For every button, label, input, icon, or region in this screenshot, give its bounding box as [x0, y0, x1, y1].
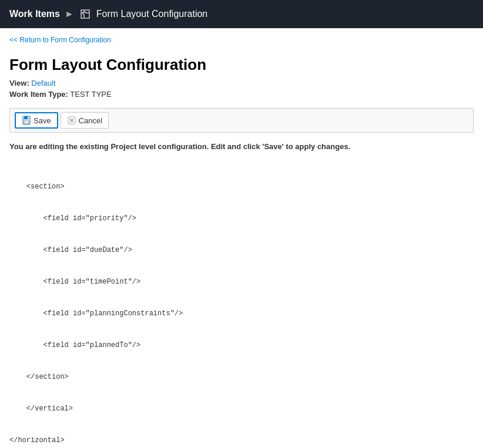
view-meta: View: Default: [9, 79, 474, 87]
nav-separator: ►: [65, 9, 74, 19]
code-line-2: <field id="priority"/>: [9, 213, 474, 224]
form-layout-nav-label: Form Layout Configuration: [96, 9, 207, 19]
top-nav-bar: Work Items ► Form Layout Configuration: [0, 0, 483, 28]
return-link[interactable]: << Return to Form Configuration: [9, 36, 111, 44]
toolbar: Save Cancel: [9, 108, 474, 133]
work-item-type-meta: Work Item Type: TEST TYPE: [9, 90, 474, 99]
view-value: Default: [31, 79, 55, 87]
code-line-7: </section>: [9, 372, 474, 382]
svg-rect-1: [24, 116, 28, 119]
work-item-type-label: Work Item Type:: [9, 90, 68, 99]
work-items-nav-label[interactable]: Work Items: [9, 9, 60, 19]
main-content: << Return to Form Configuration Form Lay…: [0, 28, 483, 448]
code-line-1: <section>: [9, 181, 474, 192]
code-line-8: </vertical>: [9, 403, 474, 414]
save-button[interactable]: Save: [15, 112, 58, 129]
info-message: You are editing the existing Project lev…: [9, 140, 474, 153]
code-line-6: <field id="plannedTo"/>: [9, 340, 474, 351]
svg-rect-3: [25, 121, 28, 123]
save-icon: [22, 116, 31, 125]
cancel-label: Cancel: [79, 116, 102, 125]
code-editor[interactable]: <section> <field id="priority"/> <field …: [9, 160, 474, 448]
code-line-4: <field id="timePoint"/>: [9, 277, 474, 287]
code-line-3: <field id="dueDate"/>: [9, 245, 474, 255]
save-label: Save: [33, 116, 51, 125]
cancel-icon: [67, 116, 76, 125]
page-title: Form Layout Configuration: [9, 56, 474, 74]
work-item-type-value: TEST TYPE: [70, 90, 111, 99]
view-label: View:: [9, 79, 29, 87]
code-line-9: </horizontal>: [9, 435, 474, 446]
cancel-button[interactable]: Cancel: [61, 112, 109, 129]
code-line-5: <field id="planningConstraints"/>: [9, 308, 474, 319]
puzzle-icon: [79, 8, 92, 21]
